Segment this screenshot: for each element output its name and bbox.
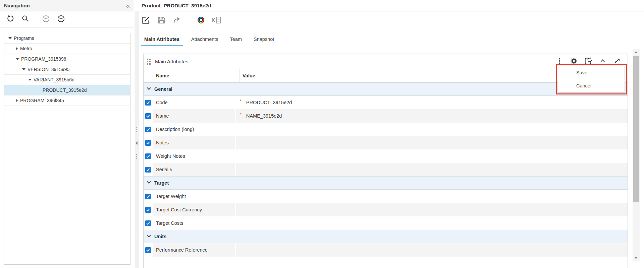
color-wheel-button[interactable] xyxy=(195,15,207,26)
attribute-value-cell[interactable] xyxy=(236,190,628,203)
chevron-expanded-icon[interactable] xyxy=(22,68,25,70)
menu-item-save[interactable]: Save xyxy=(558,66,625,79)
attribute-row-target-costs: Target Costs xyxy=(144,216,628,230)
edit-button[interactable] xyxy=(140,15,152,26)
kebab-menu-icon xyxy=(556,57,563,66)
zoom-in-button[interactable] xyxy=(40,14,52,25)
row-checkbox[interactable] xyxy=(145,167,151,173)
required-marker: * xyxy=(240,112,243,117)
sidebar-toolbar xyxy=(0,11,134,27)
grid-header-handle-column xyxy=(144,69,153,82)
splitter-gutter[interactable] xyxy=(135,11,139,268)
attribute-value-cell[interactable]: * NAME_3915e2d xyxy=(236,109,628,123)
row-checkbox[interactable] xyxy=(145,140,151,146)
tab-attachments[interactable]: Attachments xyxy=(188,34,222,46)
attribute-row-target-cost-currency: Target Cost Currency xyxy=(144,203,628,216)
tab-main-attributes[interactable]: Main Attributes xyxy=(141,34,183,46)
attribute-row-notes: Notes xyxy=(144,136,628,149)
splitter-collapse-icon[interactable] xyxy=(136,141,138,145)
kebab-menu-button[interactable] xyxy=(555,57,564,66)
chevron-expanded-icon[interactable] xyxy=(28,79,32,81)
menu-item-cancel[interactable]: Cancel xyxy=(558,79,625,92)
settings-button[interactable] xyxy=(569,57,579,66)
chevron-expanded-icon[interactable] xyxy=(16,58,19,60)
attribute-row-serial: Serial # xyxy=(144,163,628,176)
tree-item-metro[interactable]: Metro xyxy=(4,44,130,54)
tree-item-variant-3915b6d[interactable]: VARIANT_3915b6d xyxy=(4,75,130,85)
section-header-general[interactable]: General xyxy=(144,82,628,96)
attribute-value-cell[interactable] xyxy=(236,203,628,216)
attribute-value: PRODUCT_3915e2d xyxy=(246,100,292,105)
tree-item-programs[interactable]: Programs xyxy=(4,33,130,44)
scroll-up-icon[interactable] xyxy=(634,51,638,53)
attribute-name: Target Costs xyxy=(153,216,235,230)
attribute-value-cell[interactable] xyxy=(236,163,628,176)
expand-fullscreen-icon xyxy=(613,57,621,66)
tree-item-version-3915995[interactable]: VERSION_3915995 xyxy=(4,64,130,75)
panel-header-icons xyxy=(555,57,622,66)
zoom-out-button[interactable] xyxy=(55,14,67,25)
row-checkbox[interactable] xyxy=(145,247,151,253)
main-content: Product: PRODUCT_3915e2d xyxy=(139,0,644,268)
collapse-panel-button[interactable] xyxy=(598,57,607,66)
attribute-value-cell[interactable]: * PRODUCT_3915e2d xyxy=(236,96,628,109)
chevron-collapsed-icon[interactable] xyxy=(16,47,18,50)
section-chevron-down-icon[interactable] xyxy=(147,86,151,92)
panel-context-menu: Save Cancel xyxy=(558,66,625,92)
history-restore-icon xyxy=(584,57,593,67)
sidebar-title: Navigation xyxy=(4,3,30,8)
vertical-scrollbar[interactable] xyxy=(633,49,640,261)
row-checkbox[interactable] xyxy=(145,127,151,132)
save-button[interactable] xyxy=(156,15,167,26)
grid-header-row: Name Value xyxy=(144,69,628,82)
tree-item-program-396f845[interactable]: PROGRAM_396f845 xyxy=(4,95,130,106)
attribute-value-cell[interactable] xyxy=(236,149,628,163)
history-restore-button[interactable] xyxy=(584,57,593,66)
attribute-value-cell[interactable] xyxy=(236,123,628,136)
section-chevron-down-icon[interactable] xyxy=(147,180,151,186)
row-checkbox[interactable] xyxy=(145,100,151,106)
row-checkbox[interactable] xyxy=(145,207,151,213)
section-chevron-down-icon[interactable] xyxy=(147,233,151,240)
navigation-sidebar: Navigation « xyxy=(0,0,134,268)
refresh-button[interactable] xyxy=(4,14,16,25)
tab-team[interactable]: Team xyxy=(227,34,245,46)
row-checkbox[interactable] xyxy=(145,220,151,226)
scrollbar-thumb[interactable] xyxy=(633,56,639,202)
tab-snapshot[interactable]: Snapshot xyxy=(250,34,277,46)
tree-item-product-3915e2d[interactable]: PRODUCT_3915e2d xyxy=(4,85,130,95)
chevron-collapsed-icon[interactable] xyxy=(16,99,18,102)
menu-divider xyxy=(572,66,572,92)
chevron-expanded-icon[interactable] xyxy=(8,37,12,39)
attribute-name: Target Cost Currency xyxy=(153,203,235,216)
excel-export-button[interactable]: X xyxy=(211,15,222,26)
scroll-down-icon[interactable] xyxy=(634,257,638,259)
search-button[interactable] xyxy=(19,14,31,25)
color-wheel-icon xyxy=(196,15,206,26)
tree-item-program-3915398[interactable]: PROGRAM_3915398 xyxy=(4,54,130,64)
attribute-value-cell[interactable] xyxy=(236,243,628,257)
row-checkbox[interactable] xyxy=(145,194,151,199)
attribute-row-performance-reference: Performance Reference xyxy=(144,243,628,257)
drag-handle-icon[interactable] xyxy=(147,59,151,65)
section-header-units[interactable]: Units xyxy=(144,230,628,243)
collapse-sidebar-icon[interactable]: « xyxy=(126,2,130,9)
main-header: Product: PRODUCT_3915e2d xyxy=(139,0,644,11)
splitter-grip-icon xyxy=(136,127,137,132)
grid-header-name[interactable]: Name xyxy=(153,69,239,82)
attribute-name: Name xyxy=(153,109,235,123)
zoom-out-circle-icon xyxy=(57,15,65,24)
attribute-name: Target Weight xyxy=(153,190,235,203)
row-checkbox[interactable] xyxy=(145,113,151,119)
attribute-name: Weight Notes xyxy=(153,149,235,163)
attribute-value-cell[interactable] xyxy=(236,136,628,149)
attribute-value-cell[interactable] xyxy=(236,216,628,230)
attribute-name: Notes xyxy=(153,136,235,149)
section-header-target[interactable]: Target xyxy=(144,176,628,190)
search-icon xyxy=(21,15,29,24)
expand-panel-button[interactable] xyxy=(612,57,622,66)
gear-icon xyxy=(570,57,578,66)
main-toolbar: X xyxy=(139,11,644,30)
row-checkbox[interactable] xyxy=(145,153,151,159)
share-button[interactable] xyxy=(171,15,182,26)
